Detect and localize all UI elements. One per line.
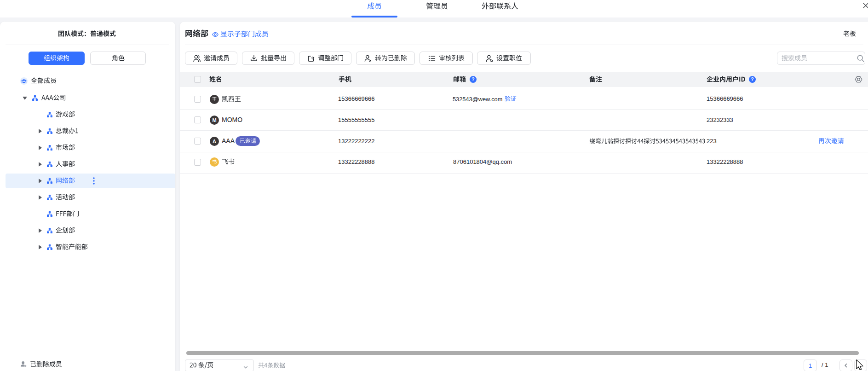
svg-text:?: ? [751, 76, 753, 82]
svg-text:M: M [212, 117, 216, 122]
svg-text:?: ? [471, 76, 474, 82]
svg-text:A: A [213, 138, 216, 144]
